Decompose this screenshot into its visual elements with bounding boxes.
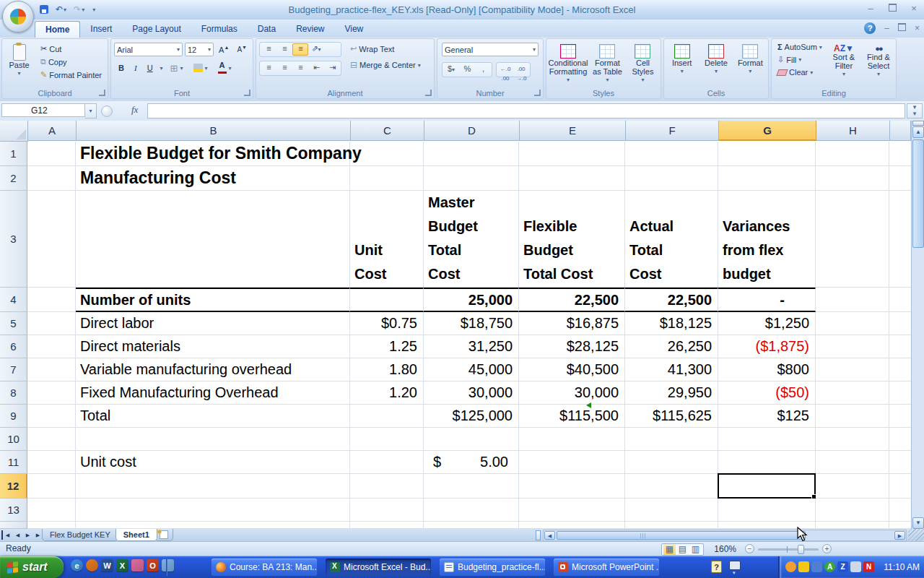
workbook-restore-button[interactable]	[898, 23, 906, 33]
fx-icon[interactable]: fx	[131, 104, 138, 116]
sheet-tab-flex-budget-key[interactable]: Flex Budget KEY	[42, 529, 118, 541]
cell-C10[interactable]	[350, 428, 424, 451]
save-button[interactable]	[38, 3, 51, 16]
cell-A[interactable]	[27, 522, 76, 529]
internet-explorer-icon[interactable]: e	[71, 559, 83, 571]
cell-A4[interactable]	[27, 288, 76, 312]
cell-F[interactable]	[625, 522, 718, 529]
cell-C8[interactable]: 1.20	[350, 381, 424, 405]
security-shield-tray-icon[interactable]	[798, 561, 809, 572]
cell-G6[interactable]: ($1,875)	[718, 335, 816, 358]
cell-B11[interactable]: Unit cost	[76, 451, 350, 474]
cell-H[interactable]	[816, 522, 889, 529]
page-break-view-button[interactable]: ▥	[689, 544, 702, 555]
underline-button[interactable]: U	[144, 63, 156, 73]
cell-F11[interactable]	[625, 451, 718, 474]
cell-D7[interactable]: 45,000	[424, 358, 519, 381]
undo-button[interactable]: ↶▾	[53, 3, 69, 16]
sheet-tab-sheet1[interactable]: Sheet1	[116, 529, 157, 541]
row-header-13[interactable]: 13	[0, 499, 27, 522]
number-format-combo[interactable]: General▾	[442, 43, 539, 56]
help-tray-icon[interactable]: ?	[711, 561, 722, 573]
format-painter-button[interactable]: ✎Format Painter	[38, 69, 105, 80]
cell-E4[interactable]: 22,500	[519, 288, 625, 312]
cell-A6[interactable]	[27, 335, 76, 358]
cell-G1[interactable]	[718, 142, 816, 166]
next-sheet-button[interactable]: ▶	[23, 530, 32, 540]
messenger-tray-icon[interactable]	[785, 561, 796, 572]
paste-button[interactable]: Paste ▾	[5, 42, 33, 80]
tab-insert[interactable]: Insert	[80, 21, 122, 38]
cell-F3[interactable]: Actual Total Cost	[625, 191, 718, 288]
window-resize-grip[interactable]	[908, 529, 924, 541]
vertical-split-handle[interactable]	[912, 121, 924, 126]
volume-tray-icon[interactable]	[850, 561, 861, 572]
help-button[interactable]: ?	[864, 22, 876, 34]
cell-B5[interactable]: Direct labor	[76, 312, 350, 335]
cell-H5[interactable]	[816, 312, 889, 335]
row-header-3[interactable]: 3	[0, 191, 27, 288]
cell-C[interactable]	[350, 522, 424, 529]
cell-H11[interactable]	[816, 451, 889, 474]
cell-H3[interactable]	[816, 191, 889, 288]
select-all-corner[interactable]	[0, 121, 28, 142]
task-button-powerpoint[interactable]: Microsoft PowerPoint ...	[554, 558, 659, 576]
name-box-dropdown-icon[interactable]: ▾	[85, 103, 97, 118]
start-button[interactable]: start	[0, 556, 64, 578]
row-header-2[interactable]: 2	[0, 166, 27, 191]
cell-C3[interactable]: Unit Cost	[350, 191, 424, 288]
zonealarm-tray-icon[interactable]: Z	[837, 561, 848, 572]
cell-F1[interactable]	[625, 142, 718, 166]
cell-E9[interactable]: $115,500	[519, 405, 625, 428]
powerpoint-icon[interactable]: O	[147, 559, 159, 571]
column-header-D[interactable]: D	[424, 121, 520, 141]
zoom-level[interactable]: 160%	[714, 544, 736, 554]
horizontal-scrollbar[interactable]: ◀ ▶	[543, 530, 907, 541]
workbook-minimize-button[interactable]: –	[884, 23, 889, 33]
cell-A8[interactable]	[27, 381, 76, 405]
cell-F2[interactable]	[625, 166, 718, 191]
cell-B4[interactable]: Number of units	[76, 288, 350, 312]
scroll-left-button[interactable]: ◀	[544, 531, 555, 540]
keys-icon[interactable]	[131, 559, 144, 571]
zoom-in-button[interactable]: +	[822, 544, 832, 553]
cell-A12[interactable]	[27, 474, 76, 499]
cell-G5[interactable]: $1,250	[718, 312, 816, 335]
firefox-icon[interactable]	[86, 559, 98, 571]
expand-formula-bar-button[interactable]: ▾▾	[907, 103, 923, 118]
cell-B10[interactable]	[76, 428, 350, 451]
cell-B2[interactable]: Manufacturing Cost	[76, 166, 350, 191]
cell-F9[interactable]: $115,625	[625, 405, 718, 428]
row-header-partial[interactable]	[0, 522, 27, 529]
number-dialog-launcher[interactable]	[534, 90, 541, 96]
cell-E10[interactable]	[519, 428, 625, 451]
column-header-F[interactable]: F	[626, 121, 719, 141]
cell-A5[interactable]	[27, 312, 76, 335]
name-box[interactable]: G12	[1, 103, 85, 117]
column-header-C[interactable]: C	[351, 121, 424, 141]
task-button-excel[interactable]: Microsoft Excel - Bud...	[326, 558, 431, 576]
conditional-formatting-button[interactable]: Conditional Formatting ▾	[548, 42, 588, 87]
cell-D8[interactable]: 30,000	[424, 381, 519, 405]
align-left-button[interactable]: ≡	[261, 62, 276, 74]
customize-qat-button[interactable]: ▾	[90, 3, 97, 16]
italic-button[interactable]: I	[131, 63, 140, 73]
minimize-button[interactable]: –	[865, 3, 876, 14]
cell-B3[interactable]	[76, 191, 350, 288]
row-header-1[interactable]: 1	[0, 142, 27, 166]
antivirus-tray-icon[interactable]: A	[824, 561, 835, 572]
align-right-button[interactable]: ≡	[292, 62, 308, 74]
borders-button[interactable]: ⊞▾	[167, 62, 186, 74]
cell-G2[interactable]	[718, 166, 816, 191]
row-header-5[interactable]: 5	[0, 312, 27, 335]
cell-D3[interactable]: Master Budget Total Cost	[424, 191, 519, 288]
cell-D5[interactable]: $18,750	[424, 312, 519, 335]
cell-D4[interactable]: 25,000	[424, 288, 519, 312]
column-header-A[interactable]: A	[28, 121, 77, 141]
cell-B9[interactable]: Total	[76, 405, 350, 428]
task-button-firefox[interactable]: Course: BA 213: Man...	[212, 558, 317, 576]
cell-G4[interactable]: -	[718, 288, 816, 312]
cell-E11[interactable]	[519, 451, 625, 474]
page-layout-view-button[interactable]: ▤	[676, 544, 689, 555]
font-size-combo[interactable]: 12▾	[185, 43, 214, 56]
